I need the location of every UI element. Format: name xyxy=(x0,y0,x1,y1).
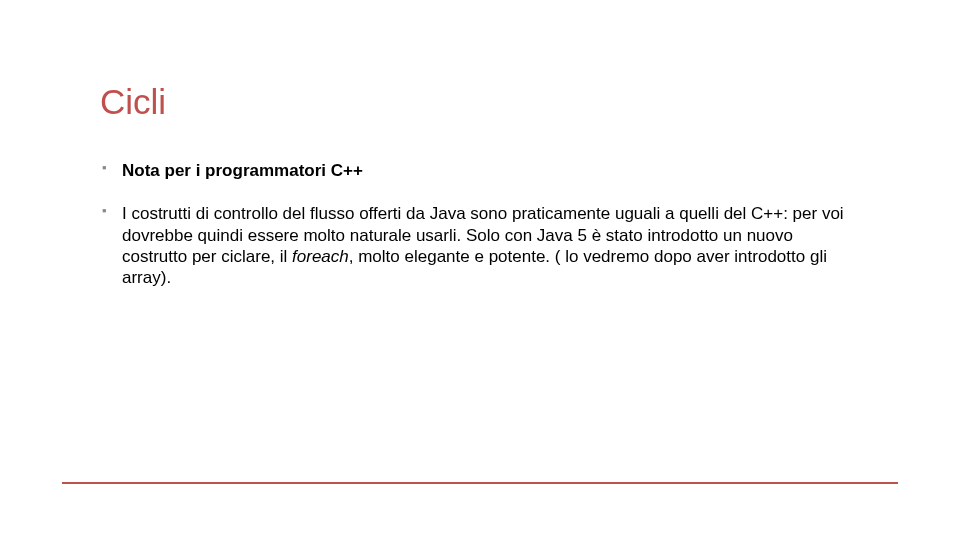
bullet-text: Nota per i programmatori C++ xyxy=(122,161,363,180)
bullet-text-italic: foreach xyxy=(292,247,349,266)
bullet-list: Nota per i programmatori C++ I costrutti… xyxy=(100,160,860,288)
bullet-item: I costrutti di controllo del flusso offe… xyxy=(100,203,860,288)
divider-line xyxy=(62,482,898,484)
slide-title: Cicli xyxy=(100,82,860,122)
bullet-item: Nota per i programmatori C++ xyxy=(100,160,860,181)
slide: Cicli Nota per i programmatori C++ I cos… xyxy=(0,0,960,540)
